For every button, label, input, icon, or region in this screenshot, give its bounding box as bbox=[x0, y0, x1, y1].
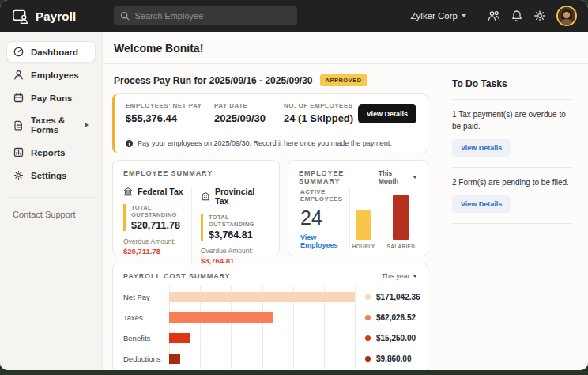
todo-view-details-button[interactable]: View Details bbox=[452, 139, 511, 157]
settings-gear-icon[interactable] bbox=[533, 9, 546, 22]
benefits-bar bbox=[169, 333, 190, 343]
legend-dot bbox=[365, 315, 371, 320]
chevron-down-icon bbox=[462, 14, 466, 17]
employee-summary-card: EMPLOYEE SUMMARY This Month ACTIVE EMPLO… bbox=[288, 160, 428, 256]
todo-panel: To Do Tasks 1 Tax payment(s) are overdue… bbox=[452, 70, 574, 370]
sidebar-item-label: Employees bbox=[31, 70, 79, 80]
topbar-right: Zylker Corp bbox=[411, 6, 577, 26]
period-dropdown[interactable]: This year bbox=[382, 272, 417, 280]
chart-legend: $171,042.36 $62,026.52 $15,250.00 bbox=[365, 286, 420, 369]
todo-task-text: 2 Form(s) are pending to be filed. bbox=[452, 176, 571, 188]
welcome-row: Welcome Bonita! bbox=[103, 32, 588, 64]
payrun-note-text: Pay your employees on 2025/09/30. Record… bbox=[138, 139, 392, 147]
employee-type-chart: HOURLY SALARIED bbox=[349, 188, 417, 249]
person-icon bbox=[13, 70, 24, 80]
topbar: Payroll Zylker Corp bbox=[0, 0, 588, 32]
card-title: EMPLOYEE SUMMARY bbox=[123, 169, 269, 177]
active-employees-label: ACTIVE EMPLOYEES bbox=[300, 188, 349, 203]
contact-support-link[interactable]: Contact Support bbox=[6, 210, 96, 219]
category-label: Deductions bbox=[123, 348, 169, 369]
dashboard-icon bbox=[13, 47, 24, 57]
payroll-cost-card: PAYROLL COST SUMMARY This year Net Pay T… bbox=[112, 263, 428, 370]
legend-item: $171,042.36 bbox=[365, 286, 420, 307]
outstanding-label: TOTAL OUTSTANDING bbox=[131, 204, 191, 218]
payroll-cost-chart: Net Pay Taxes Benefits Deductions bbox=[123, 286, 417, 369]
chart-plot-area bbox=[169, 286, 356, 369]
net-pay-bar bbox=[169, 292, 355, 302]
sidebar-item-label: Taxes & Forms bbox=[31, 116, 78, 134]
bank-building-icon bbox=[123, 187, 133, 196]
legend-value: $62,026.52 bbox=[376, 313, 416, 322]
stat-net-pay: EMPLOYEES' NET PAY $55,376.44 bbox=[126, 102, 214, 124]
active-employees-count: 24 bbox=[300, 206, 349, 229]
referral-users-icon[interactable] bbox=[488, 9, 500, 22]
deductions-bar bbox=[169, 354, 180, 364]
sidebar-item-pay-runs[interactable]: Pay Runs bbox=[6, 87, 96, 108]
stat-label: EMPLOYEES' NET PAY bbox=[126, 102, 214, 109]
salaried-bar bbox=[393, 195, 409, 240]
sidebar-item-settings[interactable]: Settings bbox=[6, 165, 96, 186]
legend-item: $15,250.00 bbox=[365, 328, 420, 348]
notifications-bell-icon[interactable] bbox=[511, 9, 523, 22]
stat-label: PAY DATE bbox=[214, 102, 284, 109]
legend-value: $15,250.00 bbox=[376, 334, 416, 343]
view-employees-link[interactable]: View Employees bbox=[300, 233, 349, 249]
sidebar-item-label: Dashboard bbox=[31, 47, 78, 57]
page-title: Welcome Bonita! bbox=[114, 42, 572, 55]
sidebar-item-reports[interactable]: Reports bbox=[6, 142, 96, 163]
overdue-label: Overdue Amount: bbox=[201, 247, 269, 255]
category-label: Net Pay bbox=[123, 286, 169, 307]
sidebar-item-label: Settings bbox=[31, 171, 66, 180]
divider bbox=[452, 223, 572, 224]
search-input[interactable] bbox=[134, 11, 291, 21]
search-box bbox=[114, 6, 297, 25]
legend-dot bbox=[365, 356, 371, 362]
user-avatar[interactable] bbox=[556, 6, 577, 26]
period-dropdown[interactable]: This Month bbox=[379, 169, 417, 185]
stat-value: 2025/09/30 bbox=[214, 112, 284, 124]
provincial-tax-section: Provincial Tax TOTAL OUTSTANDING $3,764.… bbox=[191, 187, 269, 265]
view-details-button[interactable]: View Details bbox=[358, 104, 416, 123]
sidebar-divider bbox=[8, 197, 94, 198]
overdue-label: Overdue Amount: bbox=[123, 237, 191, 245]
chevron-down-icon bbox=[413, 176, 417, 179]
todo-task: 1 Tax payment(s) are overdue to be paid.… bbox=[452, 100, 574, 167]
todo-title: To Do Tasks bbox=[452, 78, 574, 89]
bar-label: HOURLY bbox=[352, 244, 375, 249]
todo-task-text: 1 Tax payment(s) are overdue to be paid. bbox=[452, 108, 571, 132]
card-title: PAYROLL COST SUMMARY bbox=[123, 272, 231, 280]
legend-item: $62,026.52 bbox=[365, 307, 420, 328]
chevron-right-icon bbox=[85, 123, 89, 127]
chevron-down-icon bbox=[413, 275, 417, 278]
sidebar-item-dashboard[interactable]: Dashboard bbox=[6, 41, 96, 62]
org-switcher[interactable]: Zylker Corp bbox=[411, 11, 466, 21]
topbar-separator bbox=[477, 10, 477, 22]
main-content: Welcome Bonita! Process Pay Run for 2025… bbox=[103, 32, 588, 370]
federal-tax-section: Federal Tax TOTAL OUTSTANDING $20,711.78… bbox=[123, 187, 191, 265]
info-icon bbox=[126, 140, 133, 147]
tax-name: Federal Tax bbox=[138, 187, 183, 196]
overdue-value: $20,711.78 bbox=[123, 247, 191, 256]
todo-view-details-button[interactable]: View Details bbox=[452, 195, 511, 213]
stat-value: 24 (1 Skipped) bbox=[284, 112, 353, 124]
document-icon bbox=[13, 120, 24, 131]
outstanding-value: $3,764.81 bbox=[209, 229, 269, 241]
payrun-title: Process Pay Run for 2025/09/16 - 2025/09… bbox=[114, 75, 313, 86]
stat-pay-date: PAY DATE 2025/09/30 bbox=[214, 102, 284, 124]
overdue-value: $3,764.81 bbox=[201, 256, 269, 265]
dashboard-left-column: Process Pay Run for 2025/09/16 - 2025/09… bbox=[112, 70, 428, 370]
status-badge: APPROVED bbox=[320, 74, 368, 86]
legend-value: $171,042.36 bbox=[376, 293, 420, 301]
taxes-bar bbox=[169, 312, 273, 323]
category-label: Taxes bbox=[123, 307, 169, 328]
bar-label: SALARIED bbox=[387, 244, 416, 249]
hourly-bar bbox=[356, 210, 371, 240]
gear-icon bbox=[13, 170, 24, 180]
legend-dot bbox=[365, 335, 371, 341]
app-title: Payroll bbox=[36, 9, 76, 23]
period-label: This year bbox=[382, 272, 409, 280]
legend-value: $9,860.00 bbox=[376, 354, 412, 363]
period-label: This Month bbox=[379, 169, 409, 185]
sidebar-item-employees[interactable]: Employees bbox=[6, 64, 96, 85]
sidebar-item-taxes-forms[interactable]: Taxes & Forms bbox=[6, 110, 96, 140]
